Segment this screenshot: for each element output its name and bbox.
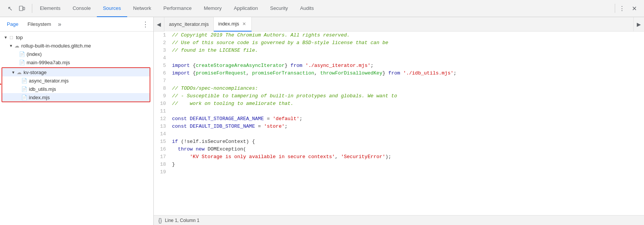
tree-item-glitch[interactable]: ▼ ☁ rollup-built-in-modules.glitch.me (0, 41, 153, 50)
editor-tab-index-mjs[interactable]: index.mjs ✕ (214, 17, 252, 32)
editor-tab-label-index: index.mjs (218, 21, 239, 27)
line-number: 2 (154, 39, 169, 47)
line-code: const DEFAULT_STORAGE_AREA_NAME = 'defau… (169, 115, 644, 123)
file-icon-async: 📄 (21, 78, 27, 84)
tab-security[interactable]: Security (264, 0, 294, 17)
table-row: 4 (154, 54, 644, 62)
line-number: 19 (154, 168, 169, 176)
editor-tab-close-button[interactable]: ✕ (242, 21, 247, 27)
table-row: 17 'KV Storage is only available in secu… (154, 153, 644, 161)
line-code: // Copyright 2019 The Chromium Authors. … (169, 32, 644, 39)
file-icon-indexmjs: 📄 (21, 94, 27, 100)
tab-audits[interactable]: Audits (294, 0, 320, 17)
line-code (169, 54, 644, 62)
line-number: 1 (154, 32, 169, 39)
more-tools-button[interactable]: ⋮ (617, 3, 627, 14)
toolbar-divider-right (615, 4, 615, 13)
line-number: 12 (154, 115, 169, 123)
line-code: throw new DOMException( (169, 146, 644, 153)
tree-item-async-iterator[interactable]: ▶ 📄 async_iterator.mjs (2, 76, 150, 85)
editor-area: ◀ async_iterator.mjs index.mjs ✕ ▶ 1 // … (154, 17, 644, 225)
table-row: 14 (154, 130, 644, 138)
kv-storage-group: ▼ ☁ kv-storage ▶ 📄 async_iterator.mjs ▶ … (2, 67, 150, 102)
line-code: // work on tooling to ameliorate that. (169, 100, 644, 108)
editor-tab-async-iterator[interactable]: async_iterator.mjs (164, 17, 214, 32)
tab-application[interactable]: Application (228, 0, 264, 17)
red-arrow (0, 81, 2, 89)
tab-console[interactable]: Console (66, 0, 97, 17)
sidebar-chevron[interactable]: » (57, 19, 63, 29)
table-row: 7 (154, 77, 644, 85)
tree-toggle-kv[interactable]: ▼ (11, 70, 16, 75)
table-row: 8 // TODOs/spec-noncompliances: (154, 85, 644, 92)
line-code (169, 108, 644, 115)
line-number: 4 (154, 54, 169, 62)
line-code: // TODOs/spec-noncompliances: (169, 85, 644, 92)
tree-item-index-mjs[interactable]: ▶ 📄 index.mjs (2, 93, 150, 101)
line-number: 10 (154, 100, 169, 108)
toolbar-icons: ↖ (2, 3, 30, 14)
line-number: 5 (154, 62, 169, 70)
code-editor[interactable]: 1 // Copyright 2019 The Chromium Authors… (154, 32, 644, 215)
table-row: 5 import {createStorageAreaAsyncIterator… (154, 62, 644, 70)
table-row: 18 } (154, 161, 644, 168)
tree-item-idb-utils[interactable]: ▶ 📄 idb_utils.mjs (2, 85, 150, 93)
line-number: 11 (154, 108, 169, 115)
line-number: 14 (154, 130, 169, 138)
line-number: 7 (154, 77, 169, 85)
toolbar-divider (32, 4, 32, 13)
editor-tab-label-async: async_iterator.mjs (169, 21, 209, 27)
sidebar-tab-filesystem[interactable]: Filesystem (24, 20, 55, 29)
line-code: 'KV Storage is only available in secure … (169, 153, 644, 161)
main-layout: Page Filesystem » ⋮ ▼ □ top ▼ ☁ rollup-b… (0, 17, 644, 225)
toggle-sidebar-button[interactable]: ◀ (154, 17, 164, 32)
toolbar-right: ⋮ ✕ (617, 3, 642, 14)
line-number: 8 (154, 85, 169, 92)
line-number: 9 (154, 92, 169, 100)
line-code: // Use of this source code is governed b… (169, 39, 644, 47)
tab-elements[interactable]: Elements (34, 0, 66, 17)
tree-toggle-top[interactable]: ▼ (3, 35, 8, 40)
file-icon-index: 📄 (19, 51, 25, 57)
tab-performance[interactable]: Performance (157, 0, 197, 17)
editor-tab-right-button[interactable]: ▶ (633, 17, 644, 32)
tab-memory[interactable]: Memory (198, 0, 228, 17)
tree-label-async: async_iterator.mjs (29, 78, 69, 84)
line-number: 15 (154, 138, 169, 146)
code-table: 1 // Copyright 2019 The Chromium Authors… (154, 32, 644, 176)
line-code: // found in the LICENSE file. (169, 47, 644, 54)
file-icon-idb: 📄 (21, 86, 27, 92)
tree-item-index[interactable]: ▶ 📄 (index) (0, 50, 153, 58)
sidebar-tab-page[interactable]: Page (3, 20, 22, 29)
main-tabs: Elements Console Sources Network Perform… (34, 0, 613, 17)
line-code: import {createStorageAreaAsyncIterator} … (169, 62, 644, 70)
cursor-position: Line 1, Column 1 (165, 218, 199, 223)
sidebar-tabs: Page Filesystem » ⋮ (0, 17, 153, 32)
table-row: 13 const DEFAULT_IDB_STORE_NAME = 'store… (154, 123, 644, 130)
tab-sources[interactable]: Sources (97, 0, 127, 17)
tree-item-kv-storage[interactable]: ▼ ☁ kv-storage (2, 68, 150, 76)
table-row: 15 if (!self.isSecureContext) { (154, 138, 644, 146)
device-toolbar-icon[interactable] (17, 3, 27, 14)
line-code: } (169, 161, 644, 168)
sidebar-more-button[interactable]: ⋮ (140, 20, 150, 29)
tab-network[interactable]: Network (127, 0, 158, 17)
line-code: const DEFAULT_IDB_STORE_NAME = 'store'; (169, 123, 644, 130)
format-button[interactable]: {} (158, 217, 162, 223)
tree-item-top[interactable]: ▼ □ top (0, 33, 153, 41)
close-devtools-button[interactable]: ✕ (629, 3, 639, 14)
editor-tabs: ◀ async_iterator.mjs index.mjs ✕ ▶ (154, 17, 644, 32)
line-code: import {promiseForRequest, promiseForTra… (169, 70, 644, 77)
tree-item-main[interactable]: ▶ 📄 main-999ea7ab.mjs (0, 58, 153, 67)
devtools-toolbar: ↖ Elements Console Sources Network Perfo… (0, 0, 644, 17)
svg-rect-0 (19, 6, 23, 11)
line-code (169, 130, 644, 138)
table-row: 3 // found in the LICENSE file. (154, 47, 644, 54)
table-row: 1 // Copyright 2019 The Chromium Authors… (154, 32, 644, 39)
tree-label-indexmjs: index.mjs (29, 95, 50, 100)
tree-toggle-glitch[interactable]: ▼ (8, 43, 14, 48)
tree-label-index: (index) (27, 51, 42, 57)
cursor-icon[interactable]: ↖ (5, 3, 15, 14)
line-number: 18 (154, 161, 169, 168)
tree-label-glitch: rollup-built-in-modules.glitch.me (21, 43, 91, 49)
